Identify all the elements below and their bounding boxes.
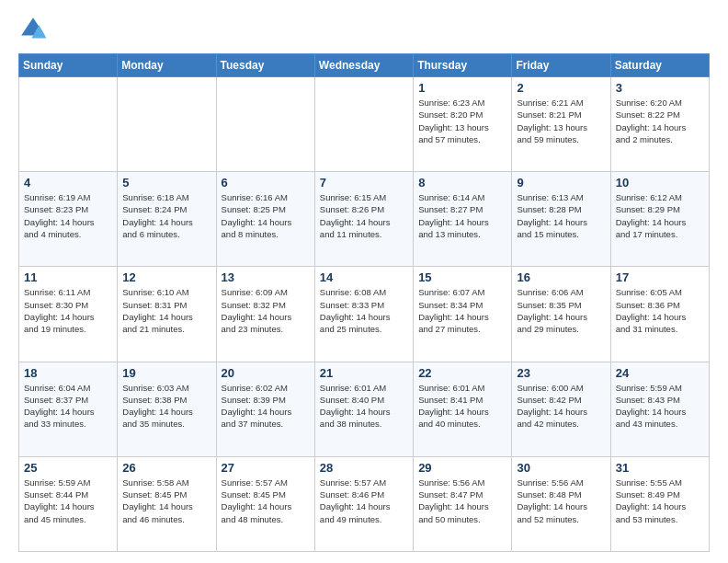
calendar-week-row: 4Sunrise: 6:19 AM Sunset: 8:23 PM Daylig… <box>19 172 710 267</box>
day-number: 16 <box>517 270 605 284</box>
day-number: 25 <box>24 461 112 475</box>
day-number: 27 <box>222 461 310 475</box>
day-info: Sunrise: 6:14 AM Sunset: 8:27 PM Dayligh… <box>418 191 506 240</box>
day-number: 14 <box>320 270 408 284</box>
calendar-week-row: 25Sunrise: 5:59 AM Sunset: 8:44 PM Dayli… <box>19 456 710 551</box>
day-info: Sunrise: 6:12 AM Sunset: 8:29 PM Dayligh… <box>616 191 704 240</box>
day-number: 21 <box>320 366 408 380</box>
day-number: 1 <box>418 81 506 95</box>
day-info: Sunrise: 6:20 AM Sunset: 8:22 PM Dayligh… <box>616 97 704 145</box>
day-number: 22 <box>418 366 506 380</box>
calendar-cell: 16Sunrise: 6:06 AM Sunset: 8:35 PM Dayli… <box>512 267 610 362</box>
calendar-cell: 15Sunrise: 6:07 AM Sunset: 8:34 PM Dayli… <box>414 267 512 362</box>
day-info: Sunrise: 6:04 AM Sunset: 8:37 PM Dayligh… <box>24 382 112 431</box>
calendar-header-tuesday: Tuesday <box>216 54 314 77</box>
calendar-cell: 3Sunrise: 6:20 AM Sunset: 8:22 PM Daylig… <box>610 77 709 172</box>
logo-icon <box>18 15 48 44</box>
day-number: 5 <box>122 176 210 190</box>
calendar-cell: 12Sunrise: 6:10 AM Sunset: 8:31 PM Dayli… <box>118 267 216 362</box>
day-number: 26 <box>122 461 210 475</box>
day-number: 2 <box>517 81 605 95</box>
page: SundayMondayTuesdayWednesdayThursdayFrid… <box>0 0 728 563</box>
day-info: Sunrise: 6:02 AM Sunset: 8:39 PM Dayligh… <box>222 382 310 431</box>
day-info: Sunrise: 5:59 AM Sunset: 8:43 PM Dayligh… <box>616 382 704 431</box>
day-number: 19 <box>122 366 210 380</box>
day-number: 15 <box>418 270 506 284</box>
calendar-cell: 13Sunrise: 6:09 AM Sunset: 8:32 PM Dayli… <box>216 267 314 362</box>
calendar-header-sunday: Sunday <box>19 54 118 77</box>
calendar-header-friday: Friday <box>512 54 610 77</box>
logo <box>18 15 51 44</box>
header <box>18 15 710 44</box>
calendar-cell: 11Sunrise: 6:11 AM Sunset: 8:30 PM Dayli… <box>19 267 118 362</box>
calendar-header-row: SundayMondayTuesdayWednesdayThursdayFrid… <box>19 54 710 77</box>
day-number: 12 <box>122 270 210 284</box>
day-number: 30 <box>517 461 605 475</box>
day-number: 4 <box>24 176 112 190</box>
calendar-cell: 9Sunrise: 6:13 AM Sunset: 8:28 PM Daylig… <box>512 172 610 267</box>
day-info: Sunrise: 6:01 AM Sunset: 8:41 PM Dayligh… <box>418 382 506 431</box>
day-info: Sunrise: 5:57 AM Sunset: 8:45 PM Dayligh… <box>222 477 310 525</box>
day-info: Sunrise: 5:59 AM Sunset: 8:44 PM Dayligh… <box>24 477 112 525</box>
calendar-cell: 29Sunrise: 5:56 AM Sunset: 8:47 PM Dayli… <box>414 456 512 551</box>
day-number: 24 <box>616 366 704 380</box>
calendar-cell <box>118 77 216 172</box>
day-number: 6 <box>222 176 310 190</box>
day-number: 17 <box>616 270 704 284</box>
day-info: Sunrise: 6:23 AM Sunset: 8:20 PM Dayligh… <box>418 97 506 145</box>
calendar-header-saturday: Saturday <box>610 54 709 77</box>
day-info: Sunrise: 6:01 AM Sunset: 8:40 PM Dayligh… <box>320 382 408 431</box>
calendar-cell: 25Sunrise: 5:59 AM Sunset: 8:44 PM Dayli… <box>19 456 118 551</box>
day-info: Sunrise: 6:00 AM Sunset: 8:42 PM Dayligh… <box>517 382 605 431</box>
calendar-cell: 24Sunrise: 5:59 AM Sunset: 8:43 PM Dayli… <box>610 362 709 456</box>
day-info: Sunrise: 6:19 AM Sunset: 8:23 PM Dayligh… <box>24 191 112 240</box>
calendar-cell: 17Sunrise: 6:05 AM Sunset: 8:36 PM Dayli… <box>610 267 709 362</box>
calendar-cell: 5Sunrise: 6:18 AM Sunset: 8:24 PM Daylig… <box>118 172 216 267</box>
calendar-cell: 6Sunrise: 6:16 AM Sunset: 8:25 PM Daylig… <box>216 172 314 267</box>
day-info: Sunrise: 5:58 AM Sunset: 8:45 PM Dayligh… <box>122 477 210 525</box>
day-info: Sunrise: 6:06 AM Sunset: 8:35 PM Dayligh… <box>517 286 605 335</box>
calendar-cell: 26Sunrise: 5:58 AM Sunset: 8:45 PM Dayli… <box>118 456 216 551</box>
calendar-cell: 31Sunrise: 5:55 AM Sunset: 8:49 PM Dayli… <box>610 456 709 551</box>
day-number: 9 <box>517 176 605 190</box>
day-number: 7 <box>320 176 408 190</box>
calendar-cell: 1Sunrise: 6:23 AM Sunset: 8:20 PM Daylig… <box>414 77 512 172</box>
calendar-cell: 19Sunrise: 6:03 AM Sunset: 8:38 PM Dayli… <box>118 362 216 456</box>
day-info: Sunrise: 6:11 AM Sunset: 8:30 PM Dayligh… <box>24 286 112 335</box>
calendar-cell: 23Sunrise: 6:00 AM Sunset: 8:42 PM Dayli… <box>512 362 610 456</box>
calendar-header-monday: Monday <box>118 54 216 77</box>
day-info: Sunrise: 6:07 AM Sunset: 8:34 PM Dayligh… <box>418 286 506 335</box>
day-number: 18 <box>24 366 112 380</box>
day-number: 10 <box>616 176 704 190</box>
day-info: Sunrise: 6:08 AM Sunset: 8:33 PM Dayligh… <box>320 286 408 335</box>
calendar-header-wednesday: Wednesday <box>314 54 413 77</box>
calendar-cell: 10Sunrise: 6:12 AM Sunset: 8:29 PM Dayli… <box>610 172 709 267</box>
calendar-cell <box>19 77 118 172</box>
calendar-cell: 20Sunrise: 6:02 AM Sunset: 8:39 PM Dayli… <box>216 362 314 456</box>
day-info: Sunrise: 6:13 AM Sunset: 8:28 PM Dayligh… <box>517 191 605 240</box>
day-number: 23 <box>517 366 605 380</box>
calendar-cell: 2Sunrise: 6:21 AM Sunset: 8:21 PM Daylig… <box>512 77 610 172</box>
calendar-cell: 30Sunrise: 5:56 AM Sunset: 8:48 PM Dayli… <box>512 456 610 551</box>
calendar-cell: 7Sunrise: 6:15 AM Sunset: 8:26 PM Daylig… <box>314 172 413 267</box>
day-info: Sunrise: 6:05 AM Sunset: 8:36 PM Dayligh… <box>616 286 704 335</box>
day-info: Sunrise: 6:18 AM Sunset: 8:24 PM Dayligh… <box>122 191 210 240</box>
calendar-cell <box>314 77 413 172</box>
day-number: 13 <box>222 270 310 284</box>
calendar-cell: 28Sunrise: 5:57 AM Sunset: 8:46 PM Dayli… <box>314 456 413 551</box>
day-number: 29 <box>418 461 506 475</box>
calendar-week-row: 18Sunrise: 6:04 AM Sunset: 8:37 PM Dayli… <box>19 362 710 456</box>
calendar-cell: 8Sunrise: 6:14 AM Sunset: 8:27 PM Daylig… <box>414 172 512 267</box>
day-info: Sunrise: 5:55 AM Sunset: 8:49 PM Dayligh… <box>616 477 704 525</box>
day-info: Sunrise: 6:21 AM Sunset: 8:21 PM Dayligh… <box>517 97 605 145</box>
day-info: Sunrise: 6:09 AM Sunset: 8:32 PM Dayligh… <box>222 286 310 335</box>
calendar-cell <box>216 77 314 172</box>
day-info: Sunrise: 5:56 AM Sunset: 8:47 PM Dayligh… <box>418 477 506 525</box>
calendar-week-row: 11Sunrise: 6:11 AM Sunset: 8:30 PM Dayli… <box>19 267 710 362</box>
calendar-cell: 18Sunrise: 6:04 AM Sunset: 8:37 PM Dayli… <box>19 362 118 456</box>
day-info: Sunrise: 6:16 AM Sunset: 8:25 PM Dayligh… <box>222 191 310 240</box>
day-number: 3 <box>616 81 704 95</box>
calendar-header-thursday: Thursday <box>414 54 512 77</box>
calendar-cell: 4Sunrise: 6:19 AM Sunset: 8:23 PM Daylig… <box>19 172 118 267</box>
day-info: Sunrise: 5:57 AM Sunset: 8:46 PM Dayligh… <box>320 477 408 525</box>
